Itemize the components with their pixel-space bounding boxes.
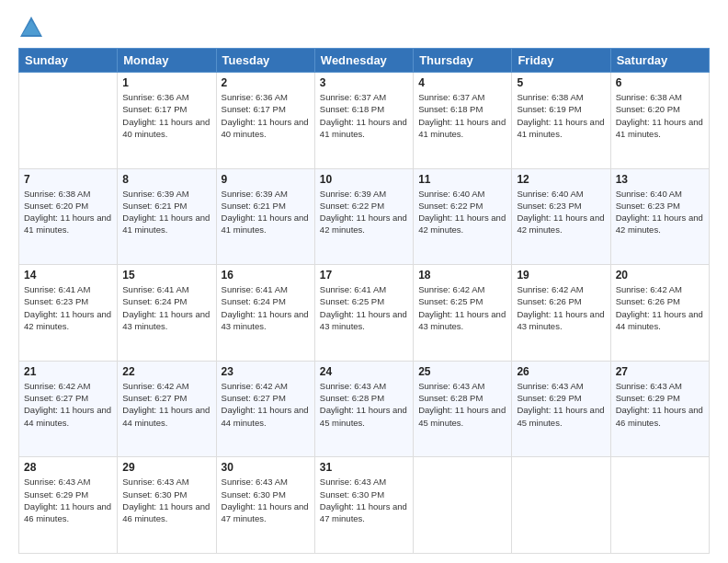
svg-marker-1 xyxy=(22,20,40,35)
calendar-cell xyxy=(610,457,709,554)
calendar-cell: 11Sunrise: 6:40 AMSunset: 6:22 PMDayligh… xyxy=(414,168,512,265)
day-number: 18 xyxy=(418,269,506,282)
calendar-cell: 12Sunrise: 6:40 AMSunset: 6:23 PMDayligh… xyxy=(512,168,610,265)
day-info: Sunrise: 6:42 AMSunset: 6:26 PMDaylight:… xyxy=(616,283,704,332)
calendar-cell: 17Sunrise: 6:41 AMSunset: 6:25 PMDayligh… xyxy=(314,265,413,362)
day-info: Sunrise: 6:37 AMSunset: 6:18 PMDaylight:… xyxy=(320,91,408,140)
calendar-week-row: 21Sunrise: 6:42 AMSunset: 6:27 PMDayligh… xyxy=(19,361,710,457)
calendar-cell: 15Sunrise: 6:41 AMSunset: 6:24 PMDayligh… xyxy=(118,265,216,362)
day-info: Sunrise: 6:42 AMSunset: 6:27 PMDaylight:… xyxy=(24,380,112,429)
calendar-cell: 22Sunrise: 6:42 AMSunset: 6:27 PMDayligh… xyxy=(118,361,216,457)
calendar-cell: 26Sunrise: 6:43 AMSunset: 6:29 PMDayligh… xyxy=(512,361,610,457)
calendar-day-header: Monday xyxy=(118,49,216,73)
calendar-week-row: 1Sunrise: 6:36 AMSunset: 6:17 PMDaylight… xyxy=(19,73,710,169)
day-info: Sunrise: 6:38 AMSunset: 6:20 PMDaylight:… xyxy=(24,188,112,236)
day-number: 25 xyxy=(418,365,506,378)
day-info: Sunrise: 6:42 AMSunset: 6:26 PMDaylight:… xyxy=(517,283,605,332)
calendar-cell: 5Sunrise: 6:38 AMSunset: 6:19 PMDaylight… xyxy=(512,73,610,169)
calendar-cell: 27Sunrise: 6:43 AMSunset: 6:29 PMDayligh… xyxy=(610,361,709,457)
page: SundayMondayTuesdayWednesdayThursdayFrid… xyxy=(0,0,728,563)
day-number: 23 xyxy=(222,365,310,378)
day-info: Sunrise: 6:39 AMSunset: 6:21 PMDaylight:… xyxy=(122,188,210,236)
calendar-day-header: Sunday xyxy=(19,49,118,73)
day-info: Sunrise: 6:43 AMSunset: 6:29 PMDaylight:… xyxy=(24,476,112,524)
day-number: 22 xyxy=(122,365,210,378)
day-number: 6 xyxy=(616,76,704,89)
calendar-day-header: Thursday xyxy=(414,49,512,73)
day-info: Sunrise: 6:40 AMSunset: 6:23 PMDaylight:… xyxy=(616,188,704,236)
day-info: Sunrise: 6:39 AMSunset: 6:21 PMDaylight:… xyxy=(222,188,310,236)
day-number: 1 xyxy=(122,76,210,89)
day-info: Sunrise: 6:43 AMSunset: 6:29 PMDaylight:… xyxy=(616,380,704,429)
day-number: 16 xyxy=(222,269,310,282)
calendar-cell: 13Sunrise: 6:40 AMSunset: 6:23 PMDayligh… xyxy=(610,168,709,265)
calendar-cell: 24Sunrise: 6:43 AMSunset: 6:28 PMDayligh… xyxy=(314,361,413,457)
calendar-cell: 18Sunrise: 6:42 AMSunset: 6:25 PMDayligh… xyxy=(414,265,512,362)
day-info: Sunrise: 6:43 AMSunset: 6:28 PMDaylight:… xyxy=(418,380,506,429)
day-number: 10 xyxy=(320,173,408,186)
day-info: Sunrise: 6:38 AMSunset: 6:20 PMDaylight:… xyxy=(616,91,704,140)
day-info: Sunrise: 6:43 AMSunset: 6:30 PMDaylight:… xyxy=(122,476,210,524)
day-info: Sunrise: 6:39 AMSunset: 6:22 PMDaylight:… xyxy=(320,188,408,236)
day-info: Sunrise: 6:43 AMSunset: 6:29 PMDaylight:… xyxy=(517,380,605,429)
logo-icon xyxy=(18,15,44,40)
calendar-cell: 2Sunrise: 6:36 AMSunset: 6:17 PMDaylight… xyxy=(216,73,314,169)
day-number: 29 xyxy=(122,461,210,474)
day-info: Sunrise: 6:40 AMSunset: 6:23 PMDaylight:… xyxy=(517,188,605,236)
calendar-day-header: Wednesday xyxy=(314,49,413,73)
logo xyxy=(18,15,48,40)
calendar-cell: 16Sunrise: 6:41 AMSunset: 6:24 PMDayligh… xyxy=(216,265,314,362)
day-number: 14 xyxy=(24,269,112,282)
calendar-week-row: 7Sunrise: 6:38 AMSunset: 6:20 PMDaylight… xyxy=(19,168,710,265)
calendar-cell: 31Sunrise: 6:43 AMSunset: 6:30 PMDayligh… xyxy=(314,457,413,554)
day-number: 2 xyxy=(222,76,310,89)
calendar-cell: 29Sunrise: 6:43 AMSunset: 6:30 PMDayligh… xyxy=(118,457,216,554)
day-number: 7 xyxy=(24,173,112,186)
calendar-week-row: 28Sunrise: 6:43 AMSunset: 6:29 PMDayligh… xyxy=(19,457,710,554)
day-number: 20 xyxy=(616,269,704,282)
day-info: Sunrise: 6:37 AMSunset: 6:18 PMDaylight:… xyxy=(418,91,506,140)
calendar-day-header: Saturday xyxy=(610,49,709,73)
calendar-cell: 8Sunrise: 6:39 AMSunset: 6:21 PMDaylight… xyxy=(118,168,216,265)
calendar-week-row: 14Sunrise: 6:41 AMSunset: 6:23 PMDayligh… xyxy=(19,265,710,362)
day-number: 3 xyxy=(320,76,408,89)
calendar-cell: 30Sunrise: 6:43 AMSunset: 6:30 PMDayligh… xyxy=(216,457,314,554)
day-info: Sunrise: 6:42 AMSunset: 6:25 PMDaylight:… xyxy=(418,283,506,332)
calendar-table: SundayMondayTuesdayWednesdayThursdayFrid… xyxy=(18,48,710,554)
calendar-cell: 6Sunrise: 6:38 AMSunset: 6:20 PMDaylight… xyxy=(610,73,709,169)
day-number: 30 xyxy=(222,461,310,474)
calendar-cell: 3Sunrise: 6:37 AMSunset: 6:18 PMDaylight… xyxy=(314,73,413,169)
calendar-cell xyxy=(414,457,512,554)
calendar-cell: 10Sunrise: 6:39 AMSunset: 6:22 PMDayligh… xyxy=(314,168,413,265)
day-info: Sunrise: 6:42 AMSunset: 6:27 PMDaylight:… xyxy=(222,380,310,429)
day-number: 13 xyxy=(616,173,704,186)
day-number: 15 xyxy=(122,269,210,282)
day-info: Sunrise: 6:41 AMSunset: 6:24 PMDaylight:… xyxy=(122,283,210,332)
calendar-cell: 23Sunrise: 6:42 AMSunset: 6:27 PMDayligh… xyxy=(216,361,314,457)
day-info: Sunrise: 6:38 AMSunset: 6:19 PMDaylight:… xyxy=(517,91,605,140)
day-number: 17 xyxy=(320,269,408,282)
day-number: 26 xyxy=(517,365,605,378)
day-number: 21 xyxy=(24,365,112,378)
day-info: Sunrise: 6:42 AMSunset: 6:27 PMDaylight:… xyxy=(122,380,210,429)
calendar-day-header: Friday xyxy=(512,49,610,73)
day-info: Sunrise: 6:43 AMSunset: 6:28 PMDaylight:… xyxy=(320,380,408,429)
calendar-cell: 21Sunrise: 6:42 AMSunset: 6:27 PMDayligh… xyxy=(19,361,118,457)
day-number: 9 xyxy=(222,173,310,186)
calendar-cell: 7Sunrise: 6:38 AMSunset: 6:20 PMDaylight… xyxy=(19,168,118,265)
calendar-cell: 19Sunrise: 6:42 AMSunset: 6:26 PMDayligh… xyxy=(512,265,610,362)
day-number: 5 xyxy=(517,76,605,89)
day-info: Sunrise: 6:36 AMSunset: 6:17 PMDaylight:… xyxy=(222,91,310,140)
day-info: Sunrise: 6:36 AMSunset: 6:17 PMDaylight:… xyxy=(122,91,210,140)
day-number: 27 xyxy=(616,365,704,378)
calendar-cell: 1Sunrise: 6:36 AMSunset: 6:17 PMDaylight… xyxy=(118,73,216,169)
calendar-header-row: SundayMondayTuesdayWednesdayThursdayFrid… xyxy=(19,49,710,73)
calendar-cell: 14Sunrise: 6:41 AMSunset: 6:23 PMDayligh… xyxy=(19,265,118,362)
day-number: 31 xyxy=(320,461,408,474)
calendar-day-header: Tuesday xyxy=(216,49,314,73)
calendar-cell: 28Sunrise: 6:43 AMSunset: 6:29 PMDayligh… xyxy=(19,457,118,554)
calendar-cell: 9Sunrise: 6:39 AMSunset: 6:21 PMDaylight… xyxy=(216,168,314,265)
day-number: 28 xyxy=(24,461,112,474)
header xyxy=(18,15,710,40)
day-number: 11 xyxy=(418,173,506,186)
